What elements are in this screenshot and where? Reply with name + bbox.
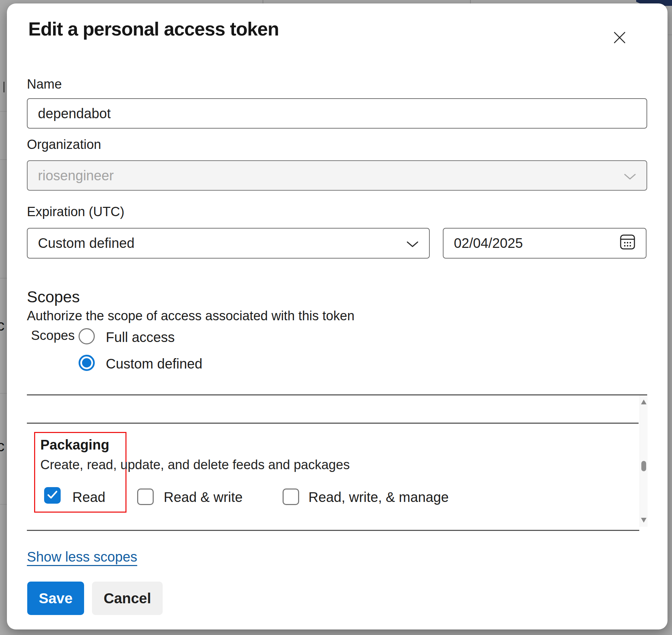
close-button[interactable]	[609, 28, 630, 48]
edit-pat-dialog: Edit a personal access token Name depend…	[7, 3, 668, 629]
cancel-button[interactable]: Cancel	[92, 582, 163, 615]
page-background: { "dialog": { "title": "Edit a personal …	[0, 0, 672, 635]
expiration-label: Expiration (UTC)	[27, 205, 124, 219]
backdrop-seam	[0, 393, 7, 394]
radio-custom-defined[interactable]	[79, 355, 95, 371]
scrollbar-down-arrow[interactable]	[641, 518, 646, 523]
expiration-mode-value: Custom defined	[38, 235, 134, 251]
radio-custom-defined-label[interactable]: Custom defined	[106, 356, 202, 372]
name-input-value: dependabot	[38, 106, 111, 121]
backdrop-seam	[0, 504, 7, 505]
show-less-scopes-link[interactable]: Show less scopes	[27, 549, 137, 565]
close-icon	[613, 31, 626, 45]
scopes-group-label: Scopes	[31, 329, 75, 343]
divider	[27, 530, 639, 531]
backdrop-seam	[668, 34, 672, 35]
calendar-icon[interactable]	[620, 233, 635, 253]
radio-full-access-label[interactable]: Full access	[106, 330, 175, 345]
scopes-heading: Scopes	[27, 288, 80, 306]
organization-value: riosengineer	[38, 168, 114, 183]
check-icon	[47, 490, 58, 501]
backdrop-seam	[0, 278, 7, 279]
scrollbar-up-arrow[interactable]	[641, 400, 646, 404]
backdrop-seam	[0, 159, 7, 160]
divider	[27, 423, 639, 424]
save-button[interactable]: Save	[27, 582, 84, 615]
chevron-down-icon	[406, 235, 419, 251]
packaging-title: Packaging	[40, 437, 109, 453]
checkbox-read-write[interactable]	[137, 488, 154, 505]
checkbox-read-label[interactable]: Read	[72, 490, 105, 505]
chevron-down-icon	[624, 168, 636, 183]
backdrop-letter-fragment: c	[0, 439, 4, 454]
expiration-date-field[interactable]: 02/04/2025	[443, 228, 646, 259]
checkbox-read-write-label[interactable]: Read & write	[164, 490, 243, 505]
expiration-mode-dropdown[interactable]: Custom defined	[27, 228, 430, 259]
checkbox-read[interactable]	[44, 487, 61, 504]
checkbox-read-write-manage-label[interactable]: Read, write, & manage	[308, 490, 449, 505]
organization-label: Organization	[27, 138, 101, 152]
scrollbar[interactable]	[640, 395, 648, 527]
backdrop-letter-fragment: c	[0, 318, 4, 333]
scrollbar-thumb[interactable]	[641, 461, 646, 471]
backdrop-cursor-fragment	[3, 82, 4, 92]
packaging-description: Create, read, update, and delete feeds a…	[40, 457, 350, 472]
checkbox-read-write-manage[interactable]	[283, 488, 299, 505]
dialog-title: Edit a personal access token	[28, 18, 279, 40]
scopes-description: Authorize the scope of access associated…	[27, 309, 355, 323]
name-input[interactable]: dependabot	[27, 98, 647, 129]
backdrop-seam	[0, 111, 7, 112]
expiration-date-value: 02/04/2025	[454, 235, 523, 251]
organization-dropdown: riosengineer	[27, 160, 647, 191]
divider	[27, 394, 647, 395]
radio-full-access[interactable]	[79, 328, 95, 344]
name-label: Name	[27, 77, 62, 92]
